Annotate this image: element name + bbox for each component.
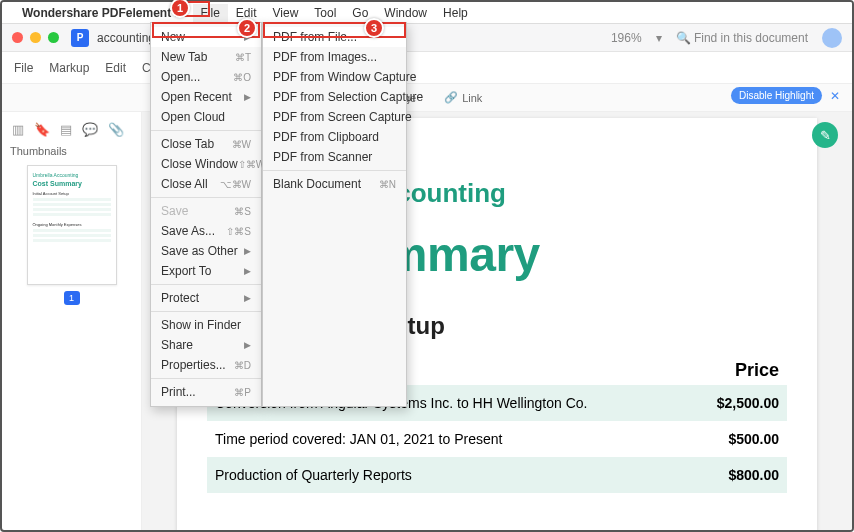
attachments-icon[interactable]: 📎 (108, 122, 124, 137)
app-name: Wondershare PDFelement P (22, 6, 183, 20)
cell-name: Production of Quarterly Reports (215, 467, 412, 483)
menu-item[interactable]: Close Tab⌘W (151, 134, 261, 154)
submenu-item[interactable]: PDF from Clipboard (263, 127, 406, 147)
menu-item[interactable]: Show in Finder (151, 315, 261, 335)
thumb-brand: Umbrella Accounting (33, 172, 111, 178)
link-tool[interactable]: 🔗Link (444, 91, 482, 104)
menu-item[interactable]: Close All⌥⌘W (151, 174, 261, 194)
thumb-title: Cost Summary (33, 180, 111, 187)
menu-view[interactable]: View (265, 4, 307, 22)
menu-tool[interactable]: Tool (306, 4, 344, 22)
table-row: Time period covered: JAN 01, 2021 to Pre… (207, 421, 787, 457)
menu-item[interactable]: Protect▶ (151, 288, 261, 308)
search-placeholder: Find in this document (694, 31, 808, 45)
avatar[interactable] (822, 28, 842, 48)
menu-item[interactable]: Save as Other▶ (151, 241, 261, 261)
chevron-down-icon[interactable]: ▾ (656, 31, 662, 45)
submenu-item[interactable]: PDF from File... (263, 27, 406, 47)
search-icon: 🔍 (676, 31, 691, 45)
cell-price: $2,500.00 (717, 395, 779, 411)
thumbnails-icon[interactable]: ▥ (12, 122, 24, 137)
edit-fab-icon[interactable]: ✎ (812, 122, 838, 148)
link-label: Link (462, 92, 482, 104)
menu-file[interactable]: File (193, 4, 228, 22)
close-icon[interactable]: ✕ (830, 89, 840, 103)
comments-icon[interactable]: 💬 (82, 122, 98, 137)
file-menu-overlay: New▶New Tab⌘TOpen...⌘OOpen Recent▶Open C… (150, 22, 407, 407)
menu-item[interactable]: Open Recent▶ (151, 87, 261, 107)
menu-item[interactable]: Share▶ (151, 335, 261, 355)
menu-item[interactable]: Open...⌘O (151, 67, 261, 87)
sidebar-title: Thumbnails (10, 145, 133, 157)
submenu-item[interactable]: PDF from Images... (263, 47, 406, 67)
traffic-lights[interactable] (12, 32, 59, 43)
menu-item[interactable]: New Tab⌘T (151, 47, 261, 67)
thumb-section2: Ongoing Monthly Expenses (33, 222, 111, 227)
cell-price: $500.00 (728, 431, 779, 447)
callout-3: 3 (364, 18, 384, 38)
page-thumbnail[interactable]: Umbrella Accounting Cost Summary Initial… (27, 165, 117, 285)
submenu-item[interactable]: PDF from Screen Capture (263, 107, 406, 127)
submenu-item[interactable]: Blank Document⌘N (263, 174, 406, 194)
mac-menubar: Wondershare PDFelement P File Edit View … (2, 2, 852, 24)
submenu-item[interactable]: PDF from Scanner (263, 147, 406, 167)
menu-item[interactable]: Properties...⌘D (151, 355, 261, 375)
cell-price: $800.00 (728, 467, 779, 483)
window-header: P accounting-sign_Op 196% ▾ 🔍 Find in th… (2, 24, 852, 52)
sidebar: ▥ 🔖 ▤ 💬 📎 Thumbnails Umbrella Accounting… (2, 112, 142, 530)
table-row: Production of Quarterly Reports $800.00 (207, 457, 787, 493)
menu-help[interactable]: Help (435, 4, 476, 22)
toolbar-file[interactable]: File (14, 61, 33, 75)
layers-icon[interactable]: ▤ (60, 122, 72, 137)
col-price: Price (735, 360, 779, 381)
thumb-section1: Initial Account Setup (33, 191, 111, 196)
menu-window[interactable]: Window (376, 4, 435, 22)
submenu-item[interactable]: PDF from Selection Capture (263, 87, 406, 107)
menu-item[interactable]: Save⌘S (151, 201, 261, 221)
app-logo-icon: P (71, 29, 89, 47)
bookmarks-icon[interactable]: 🔖 (34, 122, 50, 137)
menu-item[interactable]: Open Cloud (151, 107, 261, 127)
menu-item[interactable]: Close Window⇧⌘W (151, 154, 261, 174)
toolbar-edit[interactable]: Edit (105, 61, 126, 75)
cell-name: Time period covered: JAN 01, 2021 to Pre… (215, 431, 502, 447)
menu-item[interactable]: Export To▶ (151, 261, 261, 281)
callout-2: 2 (237, 18, 257, 38)
zoom-level[interactable]: 196% (611, 31, 642, 45)
page-number-badge: 1 (64, 291, 80, 305)
search-input[interactable]: 🔍 Find in this document (676, 31, 808, 45)
main-toolbar: File Markup Edit Convert Form Security T… (2, 52, 852, 84)
toolbar-markup[interactable]: Markup (49, 61, 89, 75)
sub-toolbar: ▣Image 🔗Link Disable Highlight ✕ (2, 84, 852, 112)
menu-item[interactable]: Save As...⇧⌘S (151, 221, 261, 241)
submenu-item[interactable]: PDF from Window Capture (263, 67, 406, 87)
menu-item[interactable]: Print...⌘P (151, 382, 261, 402)
new-submenu: PDF from File...PDF from Images...PDF fr… (262, 22, 407, 407)
disable-highlight-button[interactable]: Disable Highlight (731, 87, 822, 104)
file-menu: New▶New Tab⌘TOpen...⌘OOpen Recent▶Open C… (150, 22, 262, 407)
link-icon: 🔗 (444, 91, 458, 104)
